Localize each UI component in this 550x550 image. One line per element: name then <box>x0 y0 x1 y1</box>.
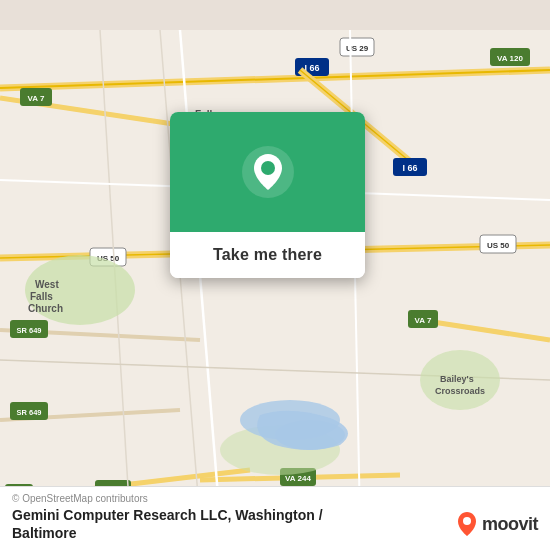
svg-text:West: West <box>35 279 59 290</box>
svg-text:Falls: Falls <box>30 291 53 302</box>
bottom-row: Gemini Computer Research LLC, Washington… <box>12 506 538 542</box>
location-pin-icon <box>240 144 296 200</box>
svg-text:VA 120: VA 120 <box>497 54 523 63</box>
popup-green-area <box>170 112 365 232</box>
svg-text:VA 7: VA 7 <box>28 94 45 103</box>
svg-point-59 <box>463 517 471 525</box>
moovit-logo: moovit <box>456 510 538 538</box>
svg-text:Church: Church <box>28 303 63 314</box>
moovit-text: moovit <box>482 514 538 535</box>
svg-text:US 29: US 29 <box>346 44 369 53</box>
map-container: I 66 I 66 VA 7 VA 7 US 29 VA 120 US 50 U… <box>0 0 550 550</box>
svg-point-58 <box>261 161 275 175</box>
svg-text:Crossroads: Crossroads <box>435 386 485 396</box>
svg-text:VA 7: VA 7 <box>415 316 432 325</box>
place-name-2: Baltimore <box>12 525 77 541</box>
svg-text:US 50: US 50 <box>487 241 510 250</box>
svg-text:I 66: I 66 <box>402 163 417 173</box>
svg-text:SR 649: SR 649 <box>16 408 41 417</box>
moovit-pin-icon <box>456 510 478 538</box>
take-me-there-button[interactable]: Take me there <box>170 232 365 278</box>
svg-text:VA 244: VA 244 <box>285 474 311 483</box>
map-attribution: © OpenStreetMap contributors <box>12 493 538 504</box>
place-name-container: Gemini Computer Research LLC, Washington… <box>12 506 323 542</box>
svg-text:Bailey's: Bailey's <box>440 374 474 384</box>
popup-card: Take me there <box>170 112 365 278</box>
svg-point-43 <box>25 255 135 325</box>
svg-text:SR 649: SR 649 <box>16 326 41 335</box>
bottom-bar: © OpenStreetMap contributors Gemini Comp… <box>0 486 550 550</box>
place-name: Gemini Computer Research LLC, Washington… <box>12 507 323 523</box>
